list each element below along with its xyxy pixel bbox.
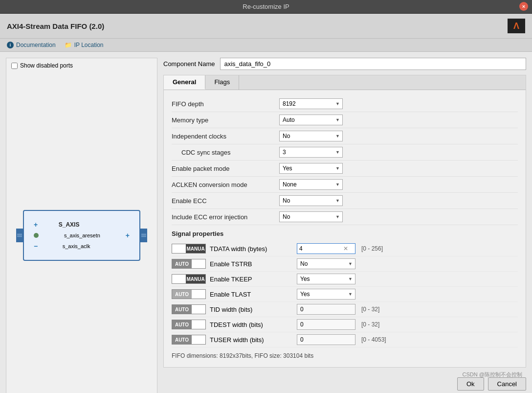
tid-badge: AUTO — [172, 304, 206, 314]
enable-ecc-select[interactable]: NoYes — [279, 195, 343, 206]
tdata-badge: MANUA — [172, 244, 206, 254]
documentation-label: Documentation — [16, 42, 56, 48]
tuser-range: [0 - 4053] — [361, 336, 386, 343]
tstrb-badge: AUTO — [172, 259, 206, 269]
enable-ecc-select-wrapper: NoYes — [279, 195, 343, 206]
title-bar: Re-customize IP × — [0, 0, 532, 14]
tdata-range: [0 - 256] — [361, 245, 383, 252]
content-area: Show disabled ports ||| + S_AXIS — [0, 52, 532, 393]
tdest-badge-auto: AUTO — [172, 320, 192, 329]
cdc-sync-stages-select-wrapper: 2345 — [279, 147, 343, 158]
fifo-diagram: + S_AXIS s_axis_aresetn + − s_axis_aclk — [23, 210, 140, 261]
enable-packet-mode-label: Enable packet mode — [172, 165, 279, 172]
memory-type-label: Memory type — [172, 116, 279, 124]
tuser-input[interactable] — [297, 334, 355, 345]
tdata-input[interactable] — [297, 244, 341, 254]
tid-input[interactable] — [297, 304, 355, 315]
component-name-label: Component Name — [163, 60, 215, 68]
s-axis-plus-icon[interactable]: + — [34, 221, 38, 229]
tdest-width-row: AUTO TDEST width (bits) [0 - 32] — [172, 317, 518, 332]
tid-label: TID width (bits) — [210, 306, 293, 313]
documentation-button[interactable]: i Documentation — [7, 42, 56, 48]
tkeep-row: MANUA Enable TKEEP YesNo — [172, 272, 518, 287]
tuser-badge-empty — [192, 335, 205, 344]
window-title: AXI4-Stream Data FIFO (2.0) — [7, 22, 104, 30]
independent-clocks-select-wrapper: NoYes — [279, 131, 343, 141]
aclk-minus-icon: − — [34, 242, 38, 250]
title-bar-text: Re-customize IP — [243, 3, 289, 10]
memory-type-select[interactable]: AutoBlockDistributed — [279, 115, 343, 125]
enable-packet-mode-select-wrapper: YesNo — [279, 163, 343, 174]
tlast-badge: AUTO — [172, 289, 206, 299]
left-connector[interactable]: ||| — [16, 229, 23, 242]
tstrb-select-wrapper: NoYes — [297, 258, 355, 269]
aclken-mode-label: ACLKEN conversion mode — [172, 181, 279, 188]
s-axis-aclk-row: − s_axis_aclk — [34, 242, 130, 250]
tid-badge-auto: AUTO — [172, 305, 192, 314]
ecc-error-injection-label: Include ECC error injection — [172, 213, 279, 221]
tdata-badge-manual: MANUA — [186, 244, 205, 253]
fifo-depth-select[interactable]: 819251210242048409616384 — [279, 98, 343, 109]
cancel-button[interactable]: Cancel — [488, 377, 526, 391]
tstrb-row: AUTO Enable TSTRB NoYes — [172, 256, 518, 272]
tdata-label: TDATA width (bytes) — [210, 245, 293, 253]
signal-properties-header: Signal properties — [172, 225, 518, 241]
cdc-sync-stages-label: CDC sync stages — [172, 149, 279, 156]
watermark: CSDN @陈控制不会控制 — [463, 371, 522, 378]
s-axis-label: S_AXIS — [59, 221, 80, 228]
window-header: AXI4-Stream Data FIFO (2.0) Λ — [0, 14, 532, 39]
tdata-input-wrapper: ✕ — [297, 243, 355, 254]
cdc-sync-stages-select[interactable]: 2345 — [279, 147, 343, 158]
tdata-width-row: MANUA TDATA width (bytes) ✕ [0 - 256] — [172, 241, 518, 256]
ecc-error-injection-select[interactable]: NoYes — [279, 211, 343, 222]
right-panel: Component Name General Flags FIFO depth … — [163, 58, 526, 393]
diagram-area: ||| + S_AXIS s_axis_aresetn + — [6, 73, 157, 393]
aresetn-dot-icon — [34, 233, 39, 238]
enable-packet-mode-row: Enable packet mode YesNo — [172, 161, 518, 177]
show-disabled-ports-checkbox[interactable] — [11, 63, 18, 69]
close-button[interactable]: × — [519, 2, 528, 11]
left-bars-icon: ||| — [17, 233, 22, 237]
tdata-badge-empty — [172, 244, 186, 253]
tlast-select-wrapper: YesNo — [297, 289, 355, 300]
tstrb-label: Enable TSTRB — [210, 260, 293, 268]
tdest-label: TDEST width (bits) — [210, 321, 293, 328]
tlast-row: AUTO Enable TLAST YesNo — [172, 287, 518, 302]
tdata-clear-icon[interactable]: ✕ — [341, 245, 350, 252]
tdest-badge-empty — [192, 320, 205, 329]
tdest-input[interactable] — [297, 319, 355, 330]
tlast-select[interactable]: YesNo — [297, 289, 355, 300]
aclken-mode-select-wrapper: NoneReg SliceFIFO — [279, 179, 343, 190]
tkeep-select-wrapper: YesNo — [297, 274, 355, 284]
fifo-depth-select-wrapper: 819251210242048409616384 — [279, 98, 343, 109]
enable-ecc-row: Enable ECC NoYes — [172, 193, 518, 209]
enable-packet-mode-select[interactable]: YesNo — [279, 163, 343, 174]
tstrb-select[interactable]: NoYes — [297, 258, 355, 269]
s-axis-row: + S_AXIS — [34, 221, 130, 229]
left-panel: Show disabled ports ||| + S_AXIS — [6, 58, 157, 393]
fifo-depth-label: FIFO depth — [172, 100, 279, 108]
tuser-label: TUSER width (bits) — [210, 336, 293, 344]
tab-general[interactable]: General — [164, 75, 205, 90]
general-tab-content: FIFO depth 819251210242048409616384 Memo… — [164, 90, 526, 367]
ok-button[interactable]: Ok — [457, 377, 484, 391]
show-disabled-ports-label[interactable]: Show disabled ports — [11, 62, 73, 69]
tdest-badge: AUTO — [172, 320, 206, 329]
folder-icon: 📁 — [65, 42, 72, 48]
ip-location-label: IP Location — [74, 42, 104, 48]
independent-clocks-select[interactable]: NoYes — [279, 131, 343, 141]
aclken-mode-select[interactable]: NoneReg SliceFIFO — [279, 179, 343, 190]
tkeep-badge: MANUA — [172, 274, 206, 284]
tab-flags[interactable]: Flags — [205, 75, 239, 90]
tkeep-select[interactable]: YesNo — [297, 274, 355, 284]
right-connector[interactable]: ||| — [140, 229, 147, 242]
tabs-header: General Flags — [164, 75, 526, 90]
component-name-input[interactable] — [220, 58, 527, 70]
tlast-badge-auto: AUTO — [172, 290, 192, 299]
tuser-badge: AUTO — [172, 335, 206, 345]
info-icon: i — [7, 42, 14, 48]
s-axis-aresetn-label: s_axis_aresetn — [64, 232, 100, 238]
m-axis-plus-icon[interactable]: + — [126, 231, 130, 239]
component-name-row: Component Name — [163, 58, 526, 70]
ip-location-button[interactable]: 📁 IP Location — [65, 42, 104, 48]
